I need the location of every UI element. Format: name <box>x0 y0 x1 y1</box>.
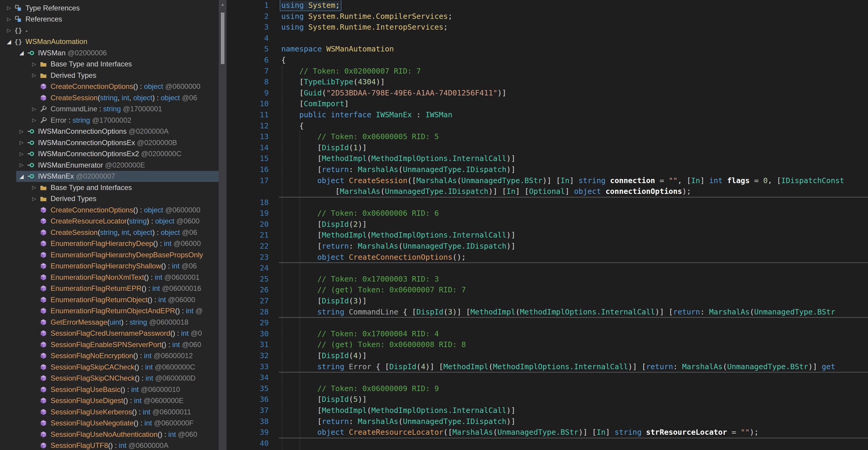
code-line-33[interactable]: 33 string Error { [DispId(4)] [MethodImp… <box>226 361 868 373</box>
code-line-24[interactable]: 24 <box>226 263 868 274</box>
tree-item-enumerationflagreturnobjectandepr[interactable]: EnumerationFlagReturnObjectAndEPR() : in… <box>29 306 219 317</box>
expander-collapsed-icon[interactable]: ▷ <box>29 59 39 70</box>
code-line-30[interactable]: 30 // Token: 0x17000004 RID: 4 <box>226 328 868 340</box>
code-line-38[interactable]: 38 [return: MarshalAs(UnmanagedType.IDis… <box>226 416 868 427</box>
code-line-29[interactable]: 29 <box>226 317 868 328</box>
expander-collapsed-icon[interactable]: ▷ <box>29 182 39 193</box>
code-line-18[interactable]: 18 <box>226 197 868 208</box>
code-line-32[interactable]: 32 [DispId(4)] <box>226 350 868 361</box>
code-line-39[interactable]: 39 object CreateResourceLocator([Marshal… <box>226 427 868 438</box>
scrollbar-up-arrow[interactable]: ▲ <box>219 0 226 9</box>
tree-item-sessionflagusedigest[interactable]: SessionFlagUseDigest() : int @0600000E <box>29 395 219 407</box>
code-line-2[interactable]: 2using System.Runtime.CompilerServices; <box>226 11 868 22</box>
code-line-10[interactable]: 10 [ComImport] <box>226 98 868 109</box>
code-line-3[interactable]: 3using System.Runtime.InteropServices; <box>226 22 868 33</box>
tree-item-type-references[interactable]: ▷Type References <box>4 2 219 14</box>
tree-item-base-type-and-interfaces[interactable]: ▷Base Type and Interfaces <box>29 182 219 193</box>
tree-item-geterrormessage[interactable]: GetErrorMessage(uint) : string @06000018 <box>29 317 219 328</box>
tree-item-sessionflagnoencryption[interactable]: SessionFlagNoEncryption() : int @0600001… <box>29 350 219 362</box>
expander-collapsed-icon[interactable]: ▷ <box>16 149 27 160</box>
tree-item-sessionflagenablespnserverport[interactable]: SessionFlagEnableSPNServerPort() : int @… <box>29 339 219 350</box>
code-line-35[interactable]: 35 // Token: 0x06000009 RID: 9 <box>226 383 868 394</box>
tree-item-iwsmanconnectionoptionsex[interactable]: ▷IWSManConnectionOptionsEx @0200000B <box>16 137 219 149</box>
tree-item-enumerationflagreturnobject[interactable]: EnumerationFlagReturnObject() : int @060… <box>29 294 219 306</box>
tree-item-sessionflagusekerberos[interactable]: SessionFlagUseKerberos() : int @06000011 <box>29 406 219 418</box>
tree-item-createconnectionoptions[interactable]: CreateConnectionOptions() : object @0600… <box>29 204 219 216</box>
tree-item-enumerationflagreturnepr[interactable]: EnumerationFlagReturnEPR() : int @060000… <box>29 283 219 294</box>
tree-item-enumerationflaghierarchydeepbasepropsonly[interactable]: EnumerationFlagHierarchyDeepBasePropsOnl… <box>29 249 219 261</box>
expander-expanded-icon[interactable]: ◢ <box>16 47 27 59</box>
tree-item-sessionflagusenegotiate[interactable]: SessionFlagUseNegotiate() : int @0600000… <box>29 418 219 429</box>
expander-collapsed-icon[interactable]: ▷ <box>4 25 14 36</box>
tree-item-iwsmanconnectionoptionsex2[interactable]: ▷IWSManConnectionOptionsEx2 @0200000C <box>16 149 219 160</box>
code-line-14[interactable]: 14 [DispId(1)] <box>226 142 868 154</box>
assembly-explorer[interactable]: ▷Type References▷References▷{}-◢{}WSManA… <box>0 0 219 450</box>
tree-item-derived-types[interactable]: ▷Derived Types <box>29 193 219 205</box>
tree-scrollbar[interactable]: ▲ <box>219 0 226 450</box>
expander-collapsed-icon[interactable]: ▷ <box>29 115 39 126</box>
tree-item-enumerationflagnonxmltext[interactable]: EnumerationFlagNonXmlText() : int @06000… <box>29 272 219 283</box>
code-line-34[interactable]: 34 <box>226 372 868 383</box>
code-line-27[interactable]: 27 [DispId(3)] <box>226 296 868 307</box>
expander-collapsed-icon[interactable]: ▷ <box>29 103 39 115</box>
code-line-20[interactable]: 20 [DispId(2)] <box>226 219 868 230</box>
code-line-25[interactable]: 25 // Token: 0x17000003 RID: 3 <box>226 274 868 285</box>
expander-collapsed-icon[interactable]: ▷ <box>29 70 39 81</box>
code-line-wrap[interactable]: [MarshalAs(UnmanagedType.IDispatch)] [In… <box>226 186 868 197</box>
code-line-6[interactable]: 6{ <box>226 55 868 66</box>
code-line-22[interactable]: 22 [return: MarshalAs(UnmanagedType.IDis… <box>226 241 868 252</box>
tree-item-sessionflagusebasic[interactable]: SessionFlagUseBasic() : int @06000010 <box>29 384 219 395</box>
code-line-26[interactable]: 26 // (get) Token: 0x06000007 RID: 7 <box>226 285 868 296</box>
tree-item-sessionflagcredusernamepassword[interactable]: SessionFlagCredUsernamePassword() : int … <box>29 328 219 339</box>
tree-item-sessionflagskipcncheck[interactable]: SessionFlagSkipCNCheck() : int @0600000D <box>29 373 219 384</box>
expander-collapsed-icon[interactable]: ▷ <box>4 2 14 14</box>
expander-expanded-icon[interactable]: ◢ <box>4 36 14 47</box>
code-line-4[interactable]: 4 <box>226 33 868 44</box>
code-line-1[interactable]: 1using System; <box>226 0 868 11</box>
code-line-12[interactable]: 12 { <box>226 121 868 132</box>
code-line-31[interactable]: 31 // (get) Token: 0x06000008 RID: 8 <box>226 339 868 350</box>
scrollbar-thumb[interactable] <box>221 12 224 64</box>
expander-collapsed-icon[interactable]: ▷ <box>16 126 27 137</box>
expander-collapsed-icon[interactable]: ▷ <box>29 193 39 205</box>
expander-collapsed-icon[interactable]: ▷ <box>16 137 27 149</box>
code-line-36[interactable]: 36 [DispId(5)] <box>226 394 868 405</box>
tree-item-iwsmanenumerator[interactable]: ▷IWSManEnumerator @0200000E <box>16 159 219 171</box>
code-line-40[interactable]: 40 <box>226 438 868 449</box>
code-line-7[interactable]: 7 // Token: 0x02000007 RID: 7 <box>226 66 868 77</box>
tree-item-commandline[interactable]: ▷CommandLine : string @17000001 <box>29 103 219 115</box>
tree-item-iwsmanconnectionoptions[interactable]: ▷IWSManConnectionOptions @0200000A <box>16 126 219 137</box>
tree-item-error[interactable]: ▷Error : string @17000002 <box>29 115 219 126</box>
code-line-17[interactable]: 17 object CreateSession([MarshalAs(Unman… <box>226 175 868 186</box>
code-line-16[interactable]: 16 [return: MarshalAs(UnmanagedType.IDis… <box>226 164 868 175</box>
code-line-37[interactable]: 37 [MethodImpl(MethodImplOptions.Interna… <box>226 405 868 416</box>
tree-item-sessionflagskipcacheck[interactable]: SessionFlagSkipCACheck() : int @0600000C <box>29 361 219 373</box>
code-line-9[interactable]: 9 [Guid("2D53BDAA-798E-49E6-A1AA-74D0125… <box>226 88 868 99</box>
code-line-28[interactable]: 28 string CommandLine { [DispId(3)] [Met… <box>226 307 868 318</box>
tree-item-enumerationflaghierarchydeep[interactable]: EnumerationFlagHierarchyDeep() : int @06… <box>29 238 219 250</box>
tree-item-createsession[interactable]: CreateSession(string, int, object) : obj… <box>29 92 219 103</box>
expander-expanded-icon[interactable]: ◢ <box>16 171 27 182</box>
code-line-11[interactable]: 11 public interface IWSManEx : IWSMan <box>226 109 868 121</box>
tree-item-enumerationflaghierarchyshallow[interactable]: EnumerationFlagHierarchyShallow() : int … <box>29 261 219 272</box>
tree-item-base-type-and-interfaces[interactable]: ▷Base Type and Interfaces <box>29 59 219 70</box>
tree-item-createresourcelocator[interactable]: CreateResourceLocator(string) : object @… <box>29 216 219 227</box>
tree-item-sessionflagutf8[interactable]: SessionFlagUTF8() : int @0600000A <box>29 440 219 450</box>
tree-item-createsession[interactable]: CreateSession(string, int, object) : obj… <box>29 227 219 238</box>
code-line-21[interactable]: 21 [MethodImpl(MethodImplOptions.Interna… <box>226 230 868 241</box>
expander-collapsed-icon[interactable]: ▷ <box>4 14 14 25</box>
tree-item-derived-types[interactable]: ▷Derived Types <box>29 70 219 81</box>
tree-item-iwsmanex[interactable]: ◢IWSManEx @02000007 <box>16 171 219 182</box>
code-line-15[interactable]: 15 [MethodImpl(MethodImplOptions.Interna… <box>226 153 868 164</box>
tree-item-sessionflagusenoauthentication[interactable]: SessionFlagUseNoAuthentication() : int @… <box>29 429 219 440</box>
code-line-23[interactable]: 23 object CreateConnectionOptions(); <box>226 252 868 263</box>
code-editor[interactable]: 1using System;2using System.Runtime.Comp… <box>226 0 868 450</box>
tree-item-iwsman[interactable]: ◢IWSMan @02000006 <box>16 47 219 59</box>
code-line-13[interactable]: 13 // Token: 0x06000005 RID: 5 <box>226 131 868 142</box>
code-line-19[interactable]: 19 // Token: 0x06000006 RID: 6 <box>226 208 868 219</box>
code-line-5[interactable]: 5namespace WSManAutomation <box>226 44 868 55</box>
tree-item-item[interactable]: ▷{}- <box>4 25 219 36</box>
tree-item-references[interactable]: ▷References <box>4 14 219 25</box>
tree-item-createconnectionoptions[interactable]: CreateConnectionOptions() : object @0600… <box>29 81 219 92</box>
tree-item-wsmanautomation[interactable]: ◢{}WSManAutomation <box>4 36 219 47</box>
